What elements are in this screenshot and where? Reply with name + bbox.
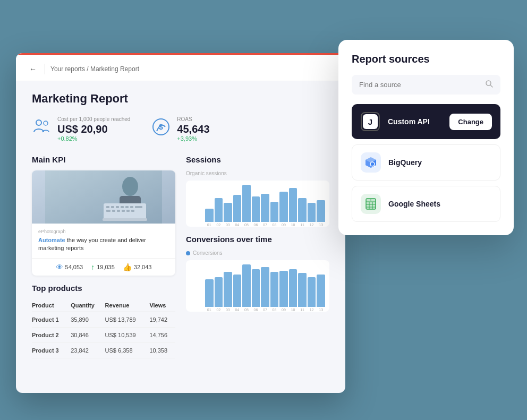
col-views: Views [149, 299, 175, 312]
sessions-bar [270, 202, 279, 222]
source-custom-api[interactable]: J Custom API Change [352, 104, 500, 139]
sessions-x-label: 07 [261, 223, 269, 227]
eye-icon: 👁 [56, 263, 63, 271]
table-cell: US$ 13,789 [105, 312, 150, 327]
conversions-x-label: 12 [308, 308, 316, 312]
metric-roas-change: +3,93% [177, 135, 209, 142]
conversions-x-label: 08 [270, 308, 279, 312]
sessions-bar [233, 195, 242, 222]
stat-views: 👁 54,053 [56, 263, 83, 271]
conversion-bar [270, 272, 279, 307]
table-cell: 10,358 [149, 342, 175, 358]
change-button[interactable]: Change [449, 114, 492, 130]
svg-rect-19 [122, 210, 125, 212]
conversions-x-label: 11 [298, 308, 307, 312]
table-cell: 30,846 [71, 327, 105, 342]
conversion-bar [224, 272, 232, 307]
table-cell: 23,842 [71, 342, 105, 358]
report-topbar [16, 53, 345, 57]
article-image [32, 170, 175, 224]
stat-views-value: 54,053 [65, 264, 83, 270]
sessions-x-label: 05 [242, 223, 251, 227]
article-text: Automate the way you create and deliver … [38, 236, 169, 253]
svg-line-29 [374, 166, 375, 167]
sessions-bar [205, 209, 214, 222]
sessions-x-label: 09 [279, 223, 288, 227]
sessions-section: Sessions Organic sessions 01020304050607… [186, 155, 329, 227]
table-cell: Product 2 [32, 327, 71, 342]
sessions-x-label: 04 [233, 223, 242, 227]
table-cell: US$ 10,539 [105, 327, 150, 342]
svg-rect-8 [103, 218, 147, 221]
nav-divider [45, 64, 45, 74]
search-icon [486, 80, 493, 89]
search-box[interactable] [352, 75, 500, 95]
conversions-x-label: 07 [261, 308, 269, 312]
metric-roas: $ ROAS 45,643 +3,93% [151, 116, 209, 142]
sessions-bar [261, 194, 269, 222]
sessions-bar [242, 185, 251, 222]
sessions-chart [190, 185, 325, 222]
search-input[interactable] [359, 81, 481, 89]
back-button[interactable]: ← [27, 63, 39, 75]
conversions-chart [190, 264, 325, 307]
sessions-bar [317, 200, 325, 222]
svg-rect-17 [112, 210, 115, 212]
svg-point-1 [44, 121, 48, 125]
sources-panel: Report sources J Custom API Change [338, 40, 514, 235]
people-icon [32, 117, 51, 141]
conversions-x-label: 10 [289, 308, 298, 312]
conversions-x-label: 02 [215, 308, 223, 312]
article-source: ePhotograph [38, 229, 169, 234]
conversion-bar [308, 277, 316, 307]
svg-rect-15 [135, 206, 142, 208]
conversions-x-label: 03 [224, 308, 232, 312]
table-cell: Product 3 [32, 342, 71, 358]
sessions-x-label: 12 [308, 223, 316, 227]
conversion-bar [215, 277, 223, 307]
source-bigquery[interactable]: BigQuery [352, 144, 500, 181]
conversion-bar [261, 267, 269, 307]
custom-api-logo: J [360, 112, 380, 132]
products-title: Top products [32, 284, 175, 293]
conversion-bar [205, 279, 214, 307]
sessions-x-label: 11 [298, 223, 307, 227]
products-table: Product Quantity Revenue Views Product 1… [32, 299, 175, 358]
breadcrumb: Your reports / Marketing Report [50, 65, 139, 73]
arrow-icon: ↑ [91, 263, 95, 271]
sessions-x-label: 01 [205, 223, 214, 227]
svg-rect-21 [131, 210, 134, 212]
bigquery-label: BigQuery [388, 158, 491, 167]
svg-rect-11 [116, 206, 119, 208]
col-product: Product [32, 299, 71, 312]
svg-rect-18 [117, 210, 120, 212]
two-col-layout: Main KPI [32, 155, 329, 358]
table-cell: 35,890 [71, 312, 105, 327]
conversions-x-label: 05 [242, 308, 251, 312]
report-window: ← Your reports / Marketing Report Market… [16, 53, 345, 393]
metrics-row: Cost per 1,000 people reached US$ 20,90 … [32, 116, 329, 142]
bigquery-logo [361, 152, 381, 173]
sessions-x-label: 03 [224, 223, 232, 227]
right-column: Sessions Organic sessions 01020304050607… [186, 155, 329, 358]
svg-line-23 [490, 85, 492, 87]
svg-rect-14 [130, 206, 133, 208]
sessions-bar [215, 198, 223, 222]
table-cell: US$ 6,358 [105, 342, 150, 358]
metric-roas-label: ROAS [177, 116, 209, 122]
svg-rect-16 [106, 210, 110, 212]
sessions-x-label: 10 [289, 223, 298, 227]
metric-cost: Cost per 1,000 people reached US$ 20,90 … [32, 116, 130, 142]
sheets-label: Google Sheets [388, 200, 491, 208]
article-content: ePhotograph Automate the way you create … [32, 224, 175, 258]
table-row: Product 230,846US$ 10,53914,756 [32, 327, 175, 342]
article-link[interactable]: Automate [38, 237, 65, 243]
conversions-x-label: 09 [279, 308, 288, 312]
sessions-bar [279, 192, 288, 222]
conversions-x-label: 01 [205, 308, 214, 312]
source-google-sheets[interactable]: ≡ Google Sheets [352, 186, 500, 222]
article-image-bg [32, 170, 175, 224]
conversions-x-label: 04 [233, 308, 242, 312]
conversion-bar [252, 269, 260, 307]
conversions-section: Conversions over time Conversions 010203… [186, 235, 329, 312]
